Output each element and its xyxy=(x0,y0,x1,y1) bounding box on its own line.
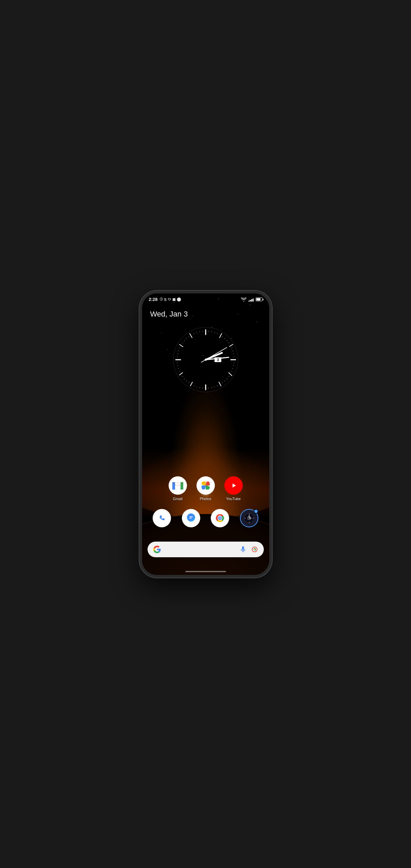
gmail-app-icon[interactable]: Gmail xyxy=(169,476,187,501)
svg-text:3: 3 xyxy=(217,358,219,362)
phone-icon-img xyxy=(153,509,171,527)
clock-widget[interactable]: 3 xyxy=(172,326,240,394)
battery-icon xyxy=(256,297,262,301)
app-grid: Gmail xyxy=(142,476,269,527)
search-bar[interactable] xyxy=(148,542,264,557)
camera-dot: ⬤ xyxy=(177,297,181,302)
status-time: 2:28 xyxy=(149,297,158,302)
svg-point-84 xyxy=(219,517,221,519)
photos-svg xyxy=(199,479,212,492)
photos-app-icon[interactable]: Photos xyxy=(196,476,215,501)
svg-point-66 xyxy=(205,359,207,361)
svg-point-95 xyxy=(254,549,255,550)
status-right xyxy=(241,297,262,302)
info-icon: ⓘ xyxy=(160,297,163,302)
app-row-top: Gmail xyxy=(148,476,264,501)
s-icon: S xyxy=(164,297,167,302)
photos-icon-img xyxy=(196,476,215,495)
vpn-icon: 🛡 xyxy=(168,298,171,301)
app-row-bottom xyxy=(148,509,264,527)
home-indicator[interactable] xyxy=(185,571,226,572)
messages-app-icon[interactable] xyxy=(182,509,200,527)
svg-point-75 xyxy=(156,513,167,524)
youtube-svg xyxy=(227,481,240,490)
messages-icon-img xyxy=(182,509,200,527)
wifi-icon xyxy=(241,297,246,302)
lens-icon[interactable] xyxy=(251,546,258,553)
chrome-icon-img xyxy=(211,509,229,527)
chrome-svg xyxy=(213,512,226,525)
svg-rect-79 xyxy=(189,518,192,519)
google-logo xyxy=(153,545,161,554)
svg-rect-78 xyxy=(189,516,193,517)
youtube-app-icon[interactable]: YouTube xyxy=(224,476,243,501)
status-icons: ⓘ S 🛡 ▦ ⬤ xyxy=(160,297,181,302)
sim-icon: ▦ xyxy=(172,297,175,301)
phone-frame: 2:28 ⓘ S 🛡 ▦ ⬤ xyxy=(139,291,272,578)
date-display: Wed, Jan 3 xyxy=(150,310,188,319)
status-left: 2:28 ⓘ S 🛡 ▦ ⬤ xyxy=(149,297,181,302)
clock-face: 3 xyxy=(172,326,240,394)
youtube-icon-img xyxy=(224,476,243,495)
scw-app-icon[interactable] xyxy=(240,509,258,527)
phone-svg xyxy=(156,513,167,524)
photos-label: Photos xyxy=(200,497,211,501)
gmail-icon-actual xyxy=(171,480,184,491)
gmail-icon-img xyxy=(169,476,187,495)
phone-app-icon[interactable] xyxy=(153,509,171,527)
messages-svg xyxy=(185,512,198,525)
phone-screen: 2:28 ⓘ S 🛡 ▦ ⬤ xyxy=(142,293,269,575)
chrome-app-icon[interactable] xyxy=(211,509,229,527)
notification-dot xyxy=(254,509,258,514)
signal-icon xyxy=(249,297,254,302)
youtube-label: YouTube xyxy=(226,497,241,501)
scw-svg xyxy=(243,512,255,524)
status-bar: 2:28 ⓘ S 🛡 ▦ ⬤ xyxy=(142,293,269,306)
svg-point-89 xyxy=(249,518,250,518)
mic-icon[interactable] xyxy=(239,546,247,553)
gmail-label: Gmail xyxy=(173,497,183,501)
scw-icon-img xyxy=(240,509,258,527)
